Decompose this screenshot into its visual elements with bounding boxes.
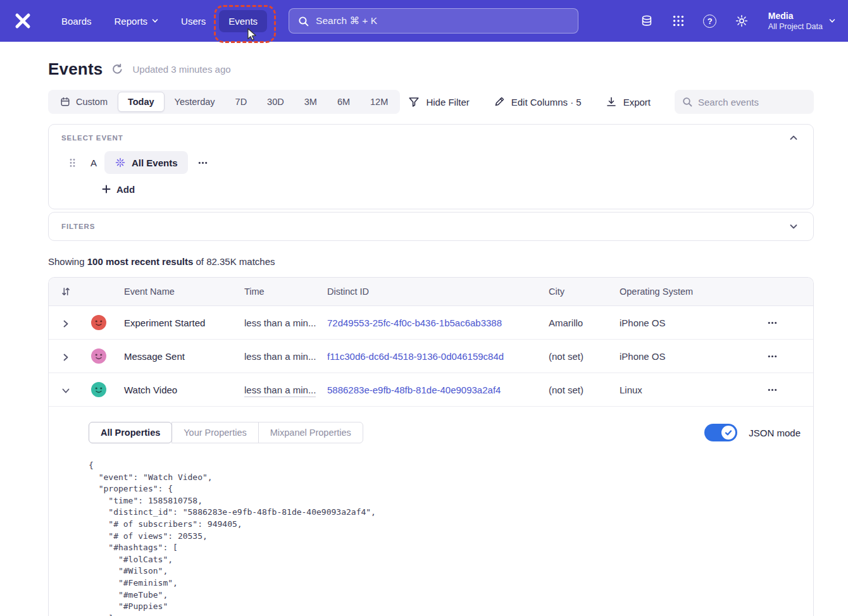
apps-grid-icon[interactable] xyxy=(671,13,686,28)
date-6m-button[interactable]: 6M xyxy=(327,92,360,112)
event-row: A All Events xyxy=(61,151,801,174)
date-custom-button[interactable]: Custom xyxy=(50,92,118,112)
event-row-letter: A xyxy=(90,157,97,168)
funnel-icon xyxy=(408,96,420,108)
ellipsis-icon xyxy=(197,157,208,168)
nav-boards[interactable]: Boards xyxy=(52,10,101,32)
cell-time: less than a min... xyxy=(244,351,327,362)
avatar xyxy=(91,348,106,364)
date-yesterday-button[interactable]: Yesterday xyxy=(165,92,225,112)
page: Boards Reports Users Events Search ⌘ + K xyxy=(0,0,848,616)
plus-icon xyxy=(102,185,111,194)
chevron-up-icon[interactable] xyxy=(789,133,798,142)
event-selector-chip[interactable]: All Events xyxy=(104,151,188,174)
drag-handle-icon[interactable] xyxy=(69,158,76,168)
date-7d-button[interactable]: 7D xyxy=(225,92,258,112)
cell-event-name: Message Sent xyxy=(115,351,244,362)
column-header-distinct-id[interactable]: Distinct ID xyxy=(327,286,549,297)
events-search[interactable] xyxy=(675,90,814,114)
collapse-row-button[interactable] xyxy=(62,386,70,393)
refresh-icon[interactable] xyxy=(111,63,123,75)
export-button[interactable]: Export xyxy=(606,96,651,108)
properties-tabs: All Properties Your Properties Mixpanel … xyxy=(89,422,363,443)
tab-mixpanel-properties[interactable]: Mixpanel Properties xyxy=(258,422,363,443)
results-count: 100 most recent results xyxy=(87,256,194,267)
help-icon[interactable] xyxy=(702,13,718,28)
json-viewer[interactable]: { "event": "Watch Video", "properties": … xyxy=(89,460,801,616)
column-header-event-name[interactable]: Event Name xyxy=(115,286,244,297)
add-event-button[interactable]: Add xyxy=(102,183,135,195)
results-summary: Showing 100 most recent results of 82.35… xyxy=(48,256,814,268)
date-yesterday-label: Yesterday xyxy=(175,97,215,107)
date-12m-label: 12M xyxy=(370,97,388,107)
nav-reports[interactable]: Reports xyxy=(105,10,168,32)
cell-distinct-id-link[interactable]: f11c30d6-dc6d-4518-9136-0d046159c84d xyxy=(327,351,504,362)
select-event-label: SELECT EVENT xyxy=(61,134,123,142)
tab-all-properties[interactable]: All Properties xyxy=(89,422,172,443)
row-actions-button[interactable] xyxy=(766,383,778,396)
row-actions-button[interactable] xyxy=(766,316,778,329)
cell-time-text: less than a min... xyxy=(244,385,316,397)
ellipsis-icon xyxy=(767,351,778,362)
chevron-down-icon[interactable] xyxy=(789,222,798,231)
cell-event-name: Experiment Started xyxy=(115,317,244,328)
nav-events[interactable]: Events xyxy=(219,10,267,32)
select-event-section: SELECT EVENT A All Events xyxy=(48,124,814,209)
table-row: Message Sent less than a min... f11c30d6… xyxy=(49,340,813,373)
nav-users[interactable]: Users xyxy=(171,10,215,32)
date-30d-button[interactable]: 30D xyxy=(257,92,294,112)
cell-event-name: Watch Video xyxy=(115,385,244,395)
events-search-input[interactable] xyxy=(698,97,806,108)
event-chip-label: All Events xyxy=(132,157,178,168)
json-mode-toggle[interactable] xyxy=(704,424,737,441)
results-suffix: of 82.35K matches xyxy=(193,256,275,267)
project-name: Media xyxy=(768,11,823,22)
event-detail-panel: All Properties Your Properties Mixpanel … xyxy=(49,407,813,616)
mixpanel-logo[interactable] xyxy=(13,11,33,31)
hide-filter-button[interactable]: Hide Filter xyxy=(408,96,469,108)
column-header-city[interactable]: City xyxy=(549,286,620,297)
project-text: Media All Project Data xyxy=(768,11,823,32)
date-today-button[interactable]: Today xyxy=(118,92,165,112)
chevron-right-icon xyxy=(62,354,70,361)
cell-distinct-id-link[interactable]: 5886283e-e9fb-48fb-81de-40e9093a2af4 xyxy=(327,385,501,395)
project-subtitle: All Project Data xyxy=(768,22,823,32)
tab-your-properties[interactable]: Your Properties xyxy=(171,422,258,443)
column-header-time[interactable]: Time xyxy=(244,286,327,297)
json-mode-control: JSON mode xyxy=(704,424,801,441)
events-table: Event Name Time Distinct ID City Operati… xyxy=(48,277,814,616)
cell-city: (not set) xyxy=(549,385,620,395)
cell-os: Linux xyxy=(620,385,722,395)
global-search[interactable]: Search ⌘ + K xyxy=(289,8,578,34)
avatar xyxy=(91,382,106,397)
project-selector[interactable]: Media All Project Data xyxy=(768,11,835,32)
date-3m-button[interactable]: 3M xyxy=(294,92,327,112)
date-12m-button[interactable]: 12M xyxy=(360,92,398,112)
nav-reports-label: Reports xyxy=(115,16,148,27)
add-event-label: Add xyxy=(116,184,135,195)
column-header-os[interactable]: Operating System xyxy=(620,286,722,297)
sort-icon[interactable] xyxy=(61,286,71,297)
cell-city: Amarillo xyxy=(549,317,620,328)
expand-row-button[interactable] xyxy=(62,319,70,326)
export-label: Export xyxy=(623,97,651,108)
row-actions-button[interactable] xyxy=(766,350,778,362)
edit-columns-button[interactable]: Edit Columns · 5 xyxy=(494,96,582,108)
expand-row-button[interactable] xyxy=(62,352,70,360)
table-header-row: Event Name Time Distinct ID City Operati… xyxy=(49,278,813,306)
download-icon xyxy=(606,96,617,108)
event-options-button[interactable] xyxy=(197,156,209,169)
chevron-down-icon xyxy=(152,18,158,24)
hide-filter-label: Hide Filter xyxy=(426,97,469,108)
cell-distinct-id-link[interactable]: 72d49553-25fc-4f0c-b436-1b5ac6ab3388 xyxy=(327,317,502,328)
data-icon[interactable] xyxy=(639,13,654,28)
ellipsis-icon xyxy=(767,385,778,395)
sparkle-icon xyxy=(115,157,126,168)
toggle-knob xyxy=(721,426,735,440)
mixpanel-logo-icon xyxy=(13,11,33,31)
settings-gear-icon[interactable] xyxy=(734,13,749,28)
avatar xyxy=(91,315,106,330)
calendar-icon xyxy=(60,97,70,107)
ellipsis-icon xyxy=(767,317,778,328)
toolbar: Custom Today Yesterday 7D 30D 3M 6M 12M … xyxy=(48,90,814,114)
